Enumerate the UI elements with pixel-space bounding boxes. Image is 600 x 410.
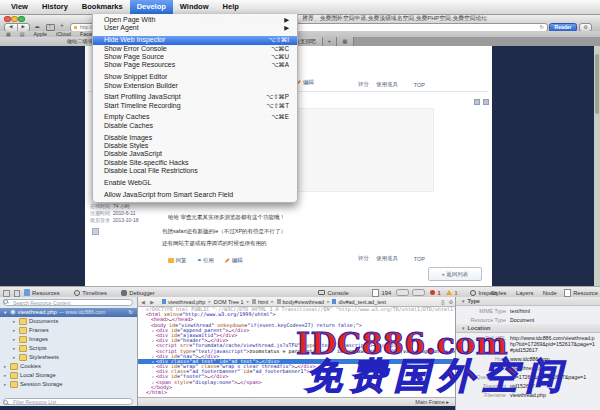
pretty-print-icon[interactable]: {} (441, 299, 444, 305)
menu-bar-item[interactable]: Window (173, 0, 216, 14)
icloud-tabs-icon[interactable]: ☁ (33, 23, 41, 30)
resource-tree-row[interactable]: ▸ Local Storage (0, 371, 137, 380)
develop-menu-item[interactable]: Disable Local File Restrictions (93, 167, 297, 175)
breadcrumb-item[interactable]: ▸ DOM Tree 1 (208, 299, 243, 305)
breadcrumb-separator: ▸ (247, 299, 249, 304)
breadcrumb-separator: ▸ (208, 299, 210, 304)
breadcrumb-item[interactable]: ▸ body#viewthread (271, 299, 324, 305)
post2-top-link[interactable]: TOP (414, 256, 425, 262)
develop-menu-item[interactable]: Show Page Resources ⌥⌘A (93, 61, 297, 69)
disclosure-triangle-icon[interactable]: ▸ (4, 382, 8, 387)
search-icon (3, 299, 8, 304)
develop-menu-item[interactable]: Start Timeline Recording ⌥⇧⌘T (93, 102, 297, 110)
disclosure-triangle-icon[interactable]: ▸ (4, 364, 8, 369)
post1-top-link[interactable]: TOP (414, 82, 425, 88)
user-medal-icon (92, 228, 99, 235)
resource-tree-row[interactable]: ▸ Images (0, 335, 137, 344)
menu-bar-item[interactable]: Bookmarks (75, 0, 130, 14)
resource-type-icon (19, 318, 27, 325)
scrollbar-thumb[interactable] (595, 54, 599, 114)
disclosure-triangle-icon[interactable]: ▾ (4, 310, 8, 315)
post2-corner-icons[interactable] (474, 99, 489, 105)
disclosure-triangle-icon[interactable]: ▸ (4, 373, 8, 378)
back-to-list-button[interactable]: « 返回列表 (428, 267, 482, 281)
new-tab-button[interactable]: + (323, 37, 337, 46)
menu-bar: ViewHistoryBookmarksDevelopWindowHelp (0, 0, 600, 15)
develop-menu-item[interactable]: Disable JavaScript (93, 150, 297, 158)
filter-icon (3, 400, 8, 405)
type-section-header[interactable]: ▼Type (456, 297, 600, 306)
develop-menu-item[interactable]: Start Profiling JavaScript ⌥⇧⌘P (93, 93, 297, 101)
develop-menu-item[interactable]: Disable Images (93, 134, 297, 142)
develop-menu-item[interactable]: Show Extension Builder (93, 82, 297, 90)
post1-edit-label[interactable]: 编辑 (303, 79, 314, 86)
resource-tree-row[interactable]: ▸ Session Storage (0, 380, 137, 389)
reply-button[interactable]: 回复 (168, 257, 187, 264)
post1-tools-link[interactable]: 使用道具 (376, 81, 398, 88)
menu-bar-item[interactable]: Develop (130, 0, 173, 14)
menu-bar-item[interactable]: View (4, 0, 35, 14)
disclosure-triangle-icon[interactable]: ▸ (13, 328, 17, 333)
resource-tree-row[interactable]: ▸ Cookies (0, 362, 137, 371)
resource-tree-row[interactable]: ▾ viewthread.php — www.idc886.com ↻ (0, 308, 137, 317)
develop-menu-item[interactable]: Hide Web Inspector ⌥⇧⌘I (93, 36, 297, 44)
reload-icon[interactable]: ↻ (540, 24, 544, 31)
breadcrumb-item[interactable]: ▸ html (247, 299, 269, 305)
develop-menu-item[interactable]: Empty Caches ⌥⌘E (93, 113, 297, 121)
develop-menu-item[interactable]: Enable WebGL (93, 179, 297, 187)
warning-icon (446, 290, 452, 295)
settings-gear-icon[interactable]: ⚙ (449, 299, 453, 305)
disclosure-triangle-icon[interactable]: ▸ (13, 337, 17, 342)
quote-button[interactable]: ❝引用 (198, 257, 214, 264)
develop-menu-item[interactable]: Show Snippet Editor (93, 73, 297, 81)
breadcrumb-item[interactable]: viewthread.php (159, 299, 205, 305)
post2-buttons: 回复 ❝引用 编辑 (168, 257, 243, 264)
close-inspector-icon[interactable] (3, 290, 10, 297)
forward-icon[interactable]: ▶ (18, 24, 30, 31)
new-tab-icon[interactable]: + (58, 23, 66, 30)
reload-resource-icon[interactable]: ↻ (128, 309, 133, 315)
post1-score-link[interactable]: 评分 (358, 81, 369, 88)
collapse-icon[interactable] (474, 99, 480, 105)
filter-input[interactable]: Filter Resource List (3, 398, 133, 405)
resource-type-icon (10, 381, 18, 388)
inspector-window-controls[interactable] (3, 290, 20, 297)
resource-type-icon (19, 345, 27, 352)
post1-edit-button[interactable]: 编辑 (296, 79, 314, 86)
page-scrollbar[interactable] (594, 46, 600, 286)
breadcrumb-item[interactable]: ▸ div#ad_text.ad_text (327, 299, 386, 305)
develop-menu-item[interactable]: Disable Caches (93, 122, 297, 130)
develop-menu-item[interactable]: Disable Site-specific Hacks (93, 159, 297, 167)
post2-score-link[interactable]: 评分 (358, 255, 369, 262)
develop-menu-item[interactable]: User Agent ▶ (93, 24, 297, 32)
search-input[interactable]: Search Resource Content (3, 299, 133, 306)
dock-inspector-icon[interactable] (14, 290, 21, 297)
history-back-forward-icons[interactable]: ◀ ▶ (141, 299, 156, 305)
develop-menu-item[interactable]: Show Page Source ⌥⌘U (93, 53, 297, 61)
develop-menu-item[interactable]: Open Page With ▶ (93, 16, 297, 24)
resource-tree-row[interactable]: ▸ Documents (0, 317, 137, 326)
disclosure-triangle-icon[interactable]: ▸ (13, 319, 17, 324)
resource-tree-row[interactable]: ▸ Frames (0, 326, 137, 335)
post2-tools-link[interactable]: 使用道具 (376, 255, 398, 262)
error-icon (430, 290, 435, 295)
resource-type-icon (19, 354, 27, 361)
develop-menu-item[interactable]: Disable Styles (93, 142, 297, 150)
menu-bar-item[interactable]: Help (216, 0, 246, 14)
develop-menu-item[interactable]: Show Error Console ⌥⌘C (93, 45, 297, 53)
share-icon[interactable] (46, 24, 55, 32)
edit-button[interactable]: 编辑 (225, 257, 243, 264)
reply-text-line: 包括safari还有新版的ie（不过XP的有些是不行了） (162, 228, 286, 235)
disclosure-triangle-icon[interactable]: ▸ (13, 355, 17, 360)
resource-tree-row[interactable]: ▸ Stylesheets (0, 353, 137, 362)
disclosure-triangle-icon[interactable]: ▸ (13, 346, 17, 351)
show-all-tabs-icon[interactable]: ▦ (337, 37, 354, 46)
window-title-bar[interactable]: 审查元素的方法 - 国外免费虚拟空间申请、推荐、免费国外空间申请,免费顶级域名空… (0, 14, 600, 22)
develop-menu-item[interactable]: Allow JavaScript from Smart Search Field (93, 191, 297, 199)
back-icon[interactable]: ◀ (5, 24, 18, 31)
copy-link-icon[interactable] (483, 99, 489, 105)
breadcrumb-icon (332, 299, 336, 304)
menu-bar-item[interactable]: History (35, 0, 75, 14)
resource-tree-row[interactable]: ▸ Scripts (0, 344, 137, 353)
reply-text-line: 哈哈 审查元素其实很多浏览器都有这个功能哦！ (168, 214, 285, 221)
